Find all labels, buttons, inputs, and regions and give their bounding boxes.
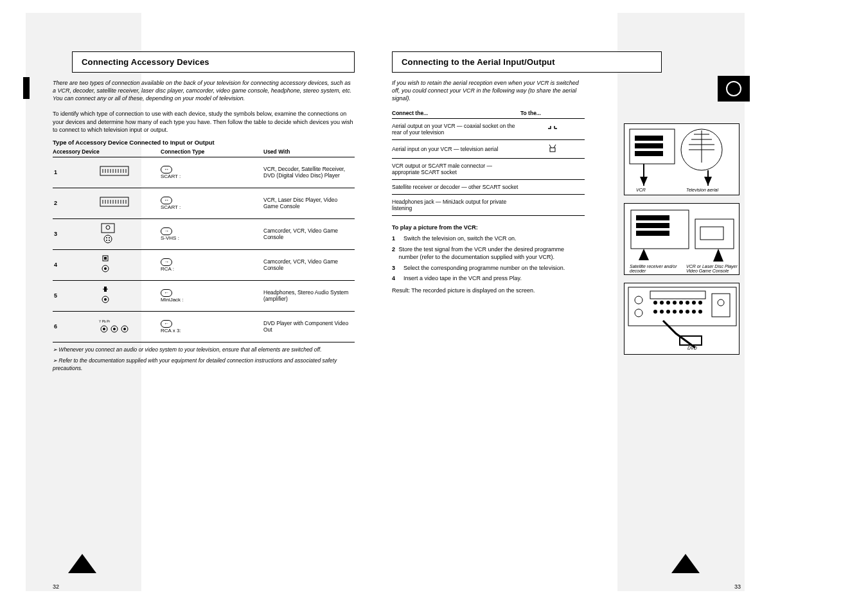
svg-point-77 [679,301,683,305]
page-title-right: Connecting to the Aerial Input/Output [402,57,652,67]
conn-type: ← RCA x 3: [161,320,263,333]
svg-rect-64 [636,231,669,236]
illustration-1: VCR Television aerial [624,123,740,195]
svg-point-43 [123,328,126,330]
th-use: Used With [263,148,353,155]
table-row: 5 ← MiniJack : Headphones, Stereo Audio … [53,281,355,312]
table-row: 4 → RCA : Camcorder, VCR, Video Game Con… [53,250,355,281]
conn-type: → RCA : [161,258,263,272]
svg-marker-52 [640,177,648,186]
footer-arrow-right-icon [671,554,700,573]
intro-right: If you wish to retain the aerial recepti… [392,79,585,102]
svg-rect-30 [104,257,107,260]
svg-rect-48 [635,136,663,141]
svg-point-78 [686,301,689,305]
row-num: 4 [53,262,98,268]
svg-rect-89 [712,294,730,317]
conn-row: Satellite receiver or decoder — other SC… [392,180,585,195]
conn-row: Aerial output on your VCR — coaxial sock… [392,119,585,140]
table-subhead: Type of Accessory Device Connected to In… [53,139,355,146]
svg-marker-65 [639,249,649,260]
svg-rect-11 [100,197,128,206]
language-circle-icon [726,81,741,96]
coax-icon [520,125,585,134]
svg-point-23 [106,226,110,229]
svg-point-41 [103,328,105,330]
illustration-2: Satellite receiver and/or decoder VCR or… [624,203,740,275]
conn-type: ↔ SCART : [161,166,263,179]
svg-point-74 [660,301,664,305]
rca3-icon: Y Pb Pr [98,317,161,335]
svg-line-45 [549,145,551,148]
conn-type: → S-VHS : [161,227,263,241]
svg-point-25 [106,237,107,238]
table-header: Accessory Device Connection Type Used Wi… [53,148,355,157]
arrow-right-icon: → [161,258,172,266]
footer-arrow-left-icon [68,554,96,573]
used-with: Camcorder, VCR, Video Game Console [263,258,353,271]
svg-rect-22 [102,224,114,233]
page-right: Connecting to the Aerial Input/Output If… [392,51,585,295]
intro-left: There are two types of connection availa… [53,79,355,102]
double-arrow-icon: ↔ [161,166,172,173]
svg-point-76 [673,301,677,305]
page-number-right: 33 [734,583,741,590]
svg-point-79 [692,301,696,305]
conn-table-header: Connect the... To the... [392,110,585,119]
svg-rect-72 [650,291,705,299]
arrow-left-icon: ← [161,320,172,328]
svg-point-36 [104,298,107,301]
body-left: To identify which type of connection to … [53,110,355,133]
svg-line-46 [554,145,556,148]
rca-icon [98,254,161,275]
table-row: 6 Y Pb Pr ← RCA x 3: DVD Player with Com… [53,312,355,342]
row-num: 3 [53,231,98,237]
svg-point-27 [106,240,107,241]
used-with: DVD Player with Component Video Out [263,320,353,333]
svg-point-85 [679,310,683,314]
page-number-left: 32 [53,583,59,590]
svg-point-73 [653,301,657,305]
illustration-column: VCR Television aerial Satellite receiver… [624,123,740,362]
row-num: 6 [53,323,98,330]
note-1: ➢ Whenever you connect an audio or video… [53,346,355,353]
svhs-icon [98,222,161,245]
svg-point-80 [698,301,702,305]
svg-point-70 [635,296,642,304]
used-with: VCR, Decoder, Satellite Receiver, DVD (D… [263,166,353,179]
svg-point-26 [109,237,110,238]
svg-point-24 [104,235,112,243]
svg-rect-62 [636,215,669,220]
steps-block: To play a picture from the VCR: 1Switch … [392,224,585,294]
illus3-label: DVD [687,346,697,350]
svg-point-86 [686,310,689,314]
illus2-label-right: VCR or Laser Disc Player Video Game Cons… [686,264,738,273]
minijack-icon [98,285,161,306]
svg-marker-60 [704,177,712,186]
svg-point-28 [109,240,110,241]
arrow-right-icon: → [161,227,172,235]
svg-point-32 [104,267,107,270]
language-tab [718,76,750,102]
svg-point-83 [666,310,670,314]
row-num: 1 [53,169,98,175]
row-num: 5 [53,292,98,299]
page-left: Connecting Accessory Devices There are t… [53,51,355,372]
illus1-label-vcr: VCR [636,188,646,192]
svg-rect-0 [100,166,128,175]
th-conn: Connection Type [161,148,263,155]
row-num: 2 [53,200,98,206]
svg-point-81 [653,310,657,314]
conn-type: ← MiniJack : [161,289,263,303]
svg-rect-67 [700,227,723,240]
page-title-left: Connecting Accessory Devices [82,57,345,67]
svg-point-90 [718,299,724,306]
svg-rect-69 [628,287,736,326]
used-with: Headphones, Stereo Audio System (amplifi… [263,289,353,302]
svg-point-42 [113,328,116,330]
side-tab-left [23,77,30,99]
scart-icon [98,195,161,211]
svg-point-88 [698,310,702,314]
svg-rect-63 [636,223,669,228]
title-box-left: Connecting Accessory Devices [72,51,355,73]
